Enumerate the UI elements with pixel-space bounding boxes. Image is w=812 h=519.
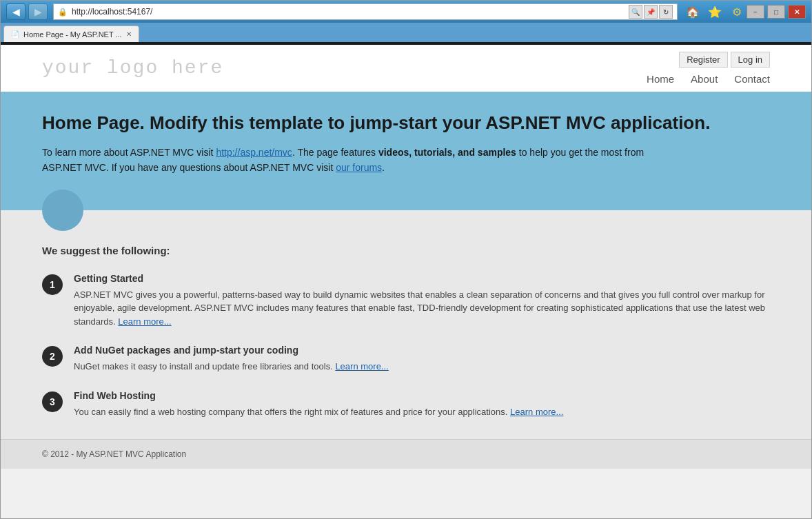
step-desc-2: NuGet makes it easy to install and updat… (74, 360, 770, 374)
search-btn[interactable]: 🔍 (629, 5, 642, 19)
browser-tab[interactable]: 📄 Home Page - My ASP.NET ... ✕ (3, 26, 139, 42)
tab-close-btn[interactable]: ✕ (126, 30, 132, 38)
step-item-2: 2 Add NuGet packages and jump-start your… (42, 345, 770, 374)
hero-body-prefix: To learn more about ASP.NET MVC visit (42, 147, 216, 158)
minimize-button[interactable]: − (747, 5, 764, 19)
forward-button[interactable]: ▶ (28, 3, 48, 20)
header-right: Register Log in Home About Contact (647, 52, 770, 85)
tab-title: Home Page - My ASP.NET ... (23, 30, 122, 39)
tab-favicon: 📄 (11, 30, 19, 38)
settings-btn[interactable]: ⚙ (727, 3, 747, 20)
step-item-1: 1 Getting Started ASP.NET MVC gives you … (42, 273, 770, 329)
pin-btn[interactable]: 📌 (644, 5, 658, 19)
step-desc-1: ASP.NET MVC gives you a powerful, patter… (74, 288, 770, 329)
favorites-btn[interactable]: ⭐ (705, 3, 724, 20)
step-title-2: Add NuGet packages and jump-start your c… (74, 345, 770, 356)
step-content-2: Add NuGet packages and jump-start your c… (74, 345, 770, 374)
nav-contact[interactable]: Contact (734, 73, 770, 85)
step-number-2: 2 (42, 346, 63, 367)
step-number-3: 3 (42, 391, 63, 412)
steps-list: 1 Getting Started ASP.NET MVC gives you … (42, 273, 770, 419)
hero-title: Home Page. Modify this template to jump-… (42, 112, 770, 134)
logo: your logo here (42, 57, 223, 79)
step-link-2[interactable]: Learn more... (335, 361, 388, 372)
home-toolbar-btn[interactable]: 🏠 (683, 3, 702, 20)
hero-body-end: . (382, 162, 385, 173)
hero-body: To learn more about ASP.NET MVC visit ht… (42, 145, 662, 176)
nav-about[interactable]: About (691, 73, 718, 85)
page-icon: 🔒 (58, 8, 68, 17)
main-content: We suggest the following: 1 Getting Star… (1, 210, 811, 440)
step-title-1: Getting Started (74, 273, 770, 284)
register-button[interactable]: Register (679, 52, 727, 68)
url-text: http://localhost:54167/ (72, 7, 625, 17)
nav-menu: Home About Contact (647, 73, 770, 85)
forums-link[interactable]: our forums (336, 162, 382, 173)
hero-body-mid: . The page features (292, 147, 378, 158)
step-item-3: 3 Find Web Hosting You can easily find a… (42, 390, 770, 419)
nav-home[interactable]: Home (647, 73, 674, 85)
close-button[interactable]: ✕ (788, 5, 806, 19)
site-footer: © 2012 - My ASP.NET MVC Application (1, 439, 811, 469)
login-button[interactable]: Log in (731, 52, 770, 68)
asp-net-link[interactable]: http://asp.net/mvc (216, 147, 292, 158)
footer-copyright: © 2012 - My ASP.NET MVC Application (42, 449, 186, 459)
step-content-3: Find Web Hosting You can easily find a w… (74, 390, 770, 419)
address-bar[interactable]: 🔒 http://localhost:54167/ 🔍 📌 ↻ (53, 3, 678, 20)
step-number-1: 1 (42, 274, 63, 295)
site-header: your logo here Register Log in Home Abou… (1, 45, 811, 92)
back-button[interactable]: ◀ (6, 3, 26, 20)
hero-banner: Home Page. Modify this template to jump-… (1, 92, 811, 210)
step-title-3: Find Web Hosting (74, 390, 770, 401)
suggest-title: We suggest the following: (42, 245, 770, 256)
refresh-btn[interactable]: ↻ (659, 5, 673, 19)
step-desc-3: You can easily find a web hosting compan… (74, 405, 770, 419)
hero-highlight: videos, tutorials, and samples (378, 147, 516, 158)
restore-button[interactable]: □ (767, 5, 785, 19)
step-link-1[interactable]: Learn more... (118, 316, 171, 327)
step-content-1: Getting Started ASP.NET MVC gives you a … (74, 273, 770, 329)
hero-circle (42, 190, 83, 231)
hero-title-normal: Modify this template to jump-start your … (145, 112, 711, 133)
step-link-3[interactable]: Learn more... (510, 407, 563, 417)
hero-title-bold: Home Page. (42, 112, 145, 133)
